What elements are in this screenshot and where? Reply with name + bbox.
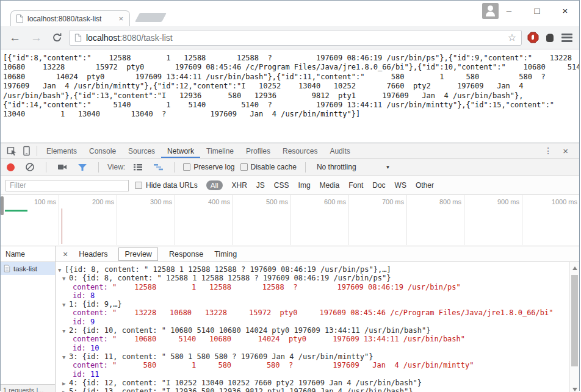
devtools-menu-icon[interactable]: ⋮ — [544, 146, 553, 155]
timeline-segment: 300 ms — [117, 195, 175, 245]
preview-text: 1: {id: 9,…} — [69, 300, 122, 308]
timeline-segment: 100 ms — [1, 195, 59, 245]
filter-funnel-icon[interactable] — [75, 160, 90, 174]
detail-tab-preview[interactable]: Preview — [118, 248, 157, 261]
bookmark-star-icon[interactable]: ☆ — [508, 32, 516, 43]
tab-close-icon[interactable]: × — [117, 14, 125, 23]
hide-data-urls-checkbox[interactable] — [135, 182, 142, 189]
devtools-tab-resources[interactable]: Resources — [276, 144, 323, 158]
filter-type-media[interactable]: Media — [320, 181, 340, 190]
record-button[interactable] — [7, 163, 15, 171]
filter-type-js[interactable]: JS — [256, 181, 265, 190]
new-tab-button[interactable] — [135, 13, 167, 22]
preview-key: id: — [73, 291, 90, 300]
devtools-close-icon[interactable]: × — [563, 146, 568, 156]
preserve-log-checkbox[interactable] — [183, 163, 190, 171]
timeline-tick-label: 600 ms — [324, 198, 346, 205]
list-view-icon[interactable] — [131, 160, 145, 174]
detail-tab-response[interactable]: Response — [169, 248, 203, 260]
preview-number-value: 9 — [90, 318, 95, 326]
preview-line: ▼3: {id: 11, content: " 580 1 580 580 ? … — [58, 352, 567, 361]
waterfall-view-icon[interactable] — [151, 160, 165, 174]
expander-open-icon[interactable]: ▼ — [58, 267, 65, 273]
expander-closed-icon[interactable]: ▶ — [62, 380, 69, 387]
profile-head-shape — [488, 5, 493, 11]
preview-key: content: — [73, 335, 112, 343]
divider — [98, 162, 99, 173]
detail-tab-headers[interactable]: Headers — [79, 248, 107, 260]
maximize-button[interactable]: □ — [523, 1, 551, 20]
detail-close-icon[interactable]: × — [63, 249, 68, 259]
filter-type-css[interactable]: CSS — [274, 181, 289, 190]
minimize-button[interactable]: – — [495, 1, 523, 20]
devtools-tab-timeline[interactable]: Timeline — [200, 144, 240, 158]
filter-input[interactable] — [5, 180, 129, 191]
timeline-tick-label: 200 ms — [92, 198, 114, 205]
chevron-down-icon: ▼ — [386, 165, 391, 170]
menu-icon[interactable] — [561, 33, 573, 43]
requests-column-header[interactable]: Name — [1, 246, 55, 262]
scrollbar-thumb[interactable] — [571, 275, 578, 366]
request-row-task-list[interactable]: task-list — [1, 262, 55, 275]
inspect-element-icon[interactable] — [4, 144, 19, 157]
preview-text: 5: {id: 13, content: "I 12936 580 12936 … — [69, 387, 413, 392]
expander-open-icon[interactable]: ▼ — [62, 354, 69, 360]
close-button[interactable]: × — [551, 1, 579, 20]
detail-tab-timing[interactable]: Timing — [214, 248, 237, 260]
filter-type-xhr[interactable]: XHR — [232, 181, 247, 190]
scroll-down-icon[interactable] — [572, 388, 577, 391]
browser-toolbar: ← → localhost:8080/task-list ☆ — [1, 26, 579, 49]
devtools-tab-profiles[interactable]: Profiles — [240, 144, 276, 158]
request-name: task-list — [13, 265, 37, 273]
filter-type-img[interactable]: Img — [298, 181, 311, 190]
device-toolbar-icon[interactable] — [19, 144, 34, 157]
browser-tab[interactable]: localhost:8080/task-list × — [10, 10, 130, 26]
url-text: localhost:8080/task-list — [86, 33, 173, 43]
devtools-tab-network[interactable]: Network — [161, 144, 200, 158]
timeline-tick-label: 700 ms — [382, 198, 404, 205]
throttling-dropdown[interactable]: No throttling ▼ — [317, 163, 391, 171]
expander-open-icon[interactable]: ▼ — [62, 302, 69, 308]
preview-line: id: 9 — [58, 318, 567, 326]
devtools-tab-elements[interactable]: Elements — [40, 144, 83, 158]
request-type-filters: All XHR JS CSS Img Media Font Doc WS Oth… — [206, 180, 434, 190]
expander-open-icon[interactable]: ▼ — [62, 276, 69, 282]
scroll-up-icon[interactable] — [572, 266, 577, 270]
filter-type-all[interactable]: All — [206, 180, 223, 190]
filter-type-ws[interactable]: WS — [395, 181, 406, 190]
devtools-tab-audits[interactable]: Audits — [323, 144, 356, 158]
overview-scrollbar-thumb[interactable] — [1, 196, 4, 215]
preview-scrollbar[interactable] — [569, 262, 579, 392]
preview-line: ▶4: {id: 12, content: "I 10252 13040 102… — [58, 379, 567, 387]
filter-type-doc[interactable]: Doc — [372, 181, 385, 190]
screenshot-camera-icon[interactable] — [55, 160, 70, 174]
filter-type-other[interactable]: Other — [416, 181, 434, 190]
preview-text: 0: {id: 8, content: " 12588 1 12588 1258… — [69, 274, 391, 282]
preview-line: content: " 13228 10680 13228 15972 pty0 … — [58, 308, 567, 317]
preview-line: ▼2: {id: 10, content: " 10680 5140 10680… — [58, 326, 567, 335]
preview-line: content: " 580 1 580 580 ? 197609 Jan 4 … — [58, 361, 567, 369]
devtools-tab-console[interactable]: Console — [83, 144, 122, 158]
filter-type-font[interactable]: Font — [348, 181, 363, 190]
network-overview-timeline[interactable]: 100 ms 200 ms 300 ms 400 ms 500 ms 600 m… — [1, 195, 579, 246]
back-button[interactable]: ← — [7, 32, 23, 43]
forward-button[interactable]: → — [28, 32, 45, 43]
disable-cache-checkbox[interactable] — [240, 163, 248, 171]
timeline-segment: 500 ms — [233, 195, 291, 245]
page-json-line: {"id":14,"content":" 5140 1 5140 5140 ? … — [3, 101, 579, 110]
devtools-panel: Elements Console Sources Network Timelin… — [1, 143, 579, 392]
timeline-segment: 900 ms — [464, 195, 522, 245]
reload-button[interactable] — [49, 31, 64, 45]
evernote-extension-icon[interactable] — [544, 32, 556, 44]
preview-key: content: — [73, 308, 112, 317]
clear-icon[interactable] — [23, 160, 37, 174]
address-bar[interactable]: localhost:8080/task-list ☆ — [69, 30, 522, 46]
expander-closed-icon[interactable]: ▶ — [62, 389, 69, 392]
page-content: [{"id":8,"content":" 12588 1 12588 12588… — [1, 49, 579, 143]
preview-text: 3: {id: 11, content: " 580 1 580 580 ? 1… — [69, 352, 374, 361]
devtools-tab-sources[interactable]: Sources — [122, 144, 161, 158]
expander-open-icon[interactable]: ▼ — [62, 328, 69, 334]
tab-title: localhost:8080/task-list — [27, 15, 117, 23]
stop-hand-extension-icon[interactable] — [527, 32, 539, 44]
network-main: Name task-list 1 requests |... × Headers… — [1, 246, 579, 392]
